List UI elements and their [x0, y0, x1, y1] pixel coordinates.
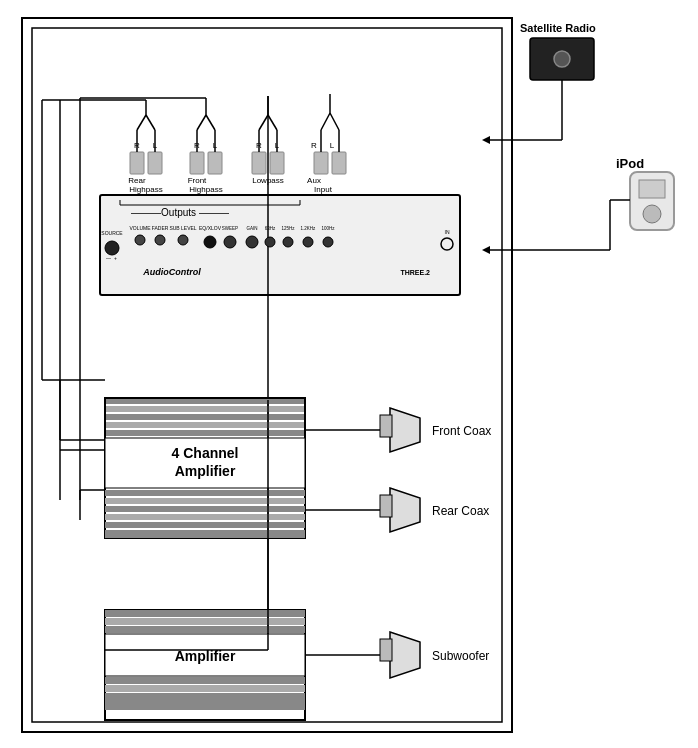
svg-line-32 — [197, 115, 206, 130]
svg-rect-1 — [32, 28, 502, 722]
proc-63hz-knob — [265, 237, 275, 247]
svg-rect-71 — [105, 626, 305, 633]
proc-brand: AudioControl — [142, 267, 201, 277]
proc-eq-knob — [204, 236, 216, 248]
proc-vol-label: VOLUME — [129, 225, 151, 231]
rear-coax-speaker — [390, 488, 420, 532]
wiring-diagram: Satellite Radio iPod — [0, 0, 698, 748]
proc-eq-label: EQ/XLOV — [199, 225, 222, 231]
svg-line-46 — [330, 113, 339, 130]
svg-point-3 — [554, 51, 570, 67]
svg-rect-16 — [148, 152, 162, 174]
connector-aux-label: Aux — [307, 176, 321, 185]
proc-gain-label: GAIN — [246, 226, 257, 231]
proc-model: THREE.2 — [400, 269, 430, 276]
connector-l-low: L — [275, 141, 280, 150]
proc-source-label: SOURCE — [101, 230, 123, 236]
proc-100hz-knob — [323, 237, 333, 247]
svg-line-40 — [268, 115, 277, 130]
proc-source-knob — [105, 241, 119, 255]
rear-coax-speaker-neck — [380, 495, 392, 517]
connector-rear-hp-label: Highpass — [129, 185, 162, 194]
subwoofer-speaker — [390, 632, 420, 678]
proc-sweep-knob — [224, 236, 236, 248]
proc-sweep-label: SWEEP — [222, 226, 238, 231]
connector-l-rear: L — [153, 141, 158, 150]
svg-rect-54 — [105, 422, 305, 428]
svg-point-6 — [643, 205, 661, 223]
connector-lowpass-label: Lowpass — [252, 176, 284, 185]
svg-rect-53 — [105, 414, 305, 420]
connector-r-aux: R — [311, 141, 317, 150]
svg-rect-15 — [130, 152, 144, 174]
connector-l-aux: L — [330, 141, 335, 150]
svg-rect-70 — [105, 618, 305, 625]
proc-63hz-label: 63Hz — [265, 226, 276, 231]
svg-rect-59 — [105, 498, 305, 504]
svg-rect-17 — [190, 152, 204, 174]
proc-125hz-label: 125Hz — [281, 226, 295, 231]
svg-rect-58 — [105, 490, 305, 496]
proc-100hz-label: 100Hz — [321, 226, 335, 231]
connector-l-front: L — [213, 141, 218, 150]
svg-rect-21 — [314, 152, 328, 174]
connector-aux-input-label: Input — [314, 185, 333, 194]
svg-rect-63 — [105, 530, 305, 538]
connector-r-rear: R — [134, 141, 140, 150]
proc-1200hz-knob — [303, 237, 313, 247]
proc-125hz-knob — [283, 237, 293, 247]
svg-rect-52 — [105, 406, 305, 412]
svg-rect-74 — [105, 685, 305, 692]
amp-4ch-label-line2: Amplifier — [175, 463, 236, 479]
svg-rect-22 — [332, 152, 346, 174]
amp-4ch-label-line1: 4 Channel — [172, 445, 239, 461]
svg-rect-60 — [105, 506, 305, 512]
svg-line-39 — [259, 115, 268, 130]
proc-sublevel-label: SUB LEVEL — [169, 225, 196, 231]
proc-fader-knob — [155, 235, 165, 245]
svg-rect-18 — [208, 152, 222, 174]
subwoofer-speaker-neck — [380, 639, 392, 661]
proc-sublevel-knob — [178, 235, 188, 245]
svg-line-25 — [137, 115, 146, 130]
svg-rect-19 — [252, 152, 266, 174]
svg-rect-69 — [105, 610, 305, 617]
svg-line-33 — [206, 115, 215, 130]
connector-r-low: R — [256, 141, 262, 150]
connector-rear-label: Rear — [128, 176, 146, 185]
svg-rect-20 — [270, 152, 284, 174]
connector-front-hp-label: Highpass — [189, 185, 222, 194]
connector-r-front: R — [194, 141, 200, 150]
diagram-container: Satellite Radio iPod — [0, 0, 698, 748]
outputs-bracket-label: ———Outputs ——— — [131, 207, 229, 218]
front-coax-speaker-label: Front Coax — [432, 424, 491, 438]
rear-coax-speaker-label: Rear Coax — [432, 504, 489, 518]
subwoofer-speaker-label: Subwoofer — [432, 649, 489, 663]
proc-fader-label: FADER — [152, 225, 169, 231]
proc-vol-knob — [135, 235, 145, 245]
svg-rect-61 — [105, 514, 305, 520]
ipod-label: iPod — [616, 156, 644, 171]
svg-marker-13 — [482, 246, 490, 254]
svg-rect-75 — [105, 693, 305, 700]
svg-marker-9 — [482, 136, 490, 144]
proc-plus-label: + — [114, 255, 117, 261]
front-coax-speaker — [390, 408, 420, 452]
proc-1200hz-label: 1.2KHz — [301, 226, 317, 231]
svg-rect-73 — [105, 677, 305, 684]
proc-minus-label: — — [106, 255, 111, 261]
proc-gain-knob — [246, 236, 258, 248]
svg-line-26 — [146, 115, 155, 130]
svg-rect-55 — [105, 430, 305, 436]
svg-rect-5 — [639, 180, 665, 198]
proc-in-label: IN — [445, 229, 450, 235]
svg-rect-76 — [105, 700, 305, 710]
svg-line-45 — [321, 113, 330, 130]
satellite-radio-label: Satellite Radio — [520, 22, 596, 34]
svg-rect-62 — [105, 522, 305, 528]
front-coax-speaker-neck — [380, 415, 392, 437]
connector-front-label: Front — [188, 176, 207, 185]
